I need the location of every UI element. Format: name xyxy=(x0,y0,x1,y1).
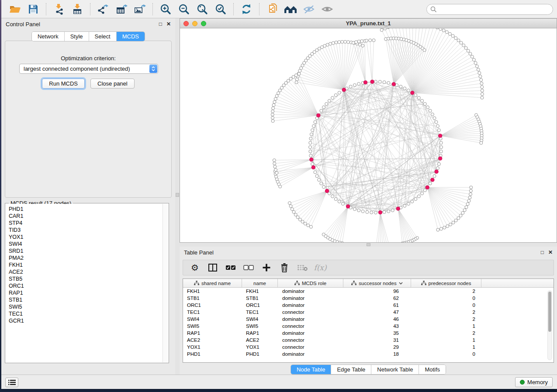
hide-selected-button[interactable] xyxy=(302,3,315,16)
graph-node[interactable] xyxy=(341,40,344,43)
graph-node[interactable] xyxy=(296,216,299,219)
graph-node[interactable] xyxy=(437,129,440,132)
zoom-out-button[interactable] xyxy=(177,3,190,16)
table-row[interactable]: ACE2ACE2connector311 xyxy=(183,337,554,344)
graph-node[interactable] xyxy=(392,83,395,86)
graph-node[interactable] xyxy=(334,94,337,97)
graph-node[interactable] xyxy=(271,120,274,123)
graph-node[interactable] xyxy=(374,211,377,214)
add-column-button[interactable] xyxy=(261,262,272,273)
column-header-predecessor-nodes[interactable]: predecessor nodes xyxy=(411,279,481,287)
close-panel-button[interactable]: Close panel xyxy=(90,79,135,89)
graph-node[interactable] xyxy=(481,96,484,99)
graph-node[interactable] xyxy=(462,44,465,47)
graph-node[interactable] xyxy=(414,198,417,201)
column-header-name[interactable]: name xyxy=(242,279,278,287)
graph-node[interactable] xyxy=(463,209,466,212)
graph-node[interactable] xyxy=(346,205,350,208)
graph-node[interactable] xyxy=(469,52,472,55)
table-scrollbar[interactable] xyxy=(547,290,552,360)
graph-node[interactable] xyxy=(466,203,469,206)
graph-node[interactable] xyxy=(437,162,440,165)
graph-node[interactable] xyxy=(310,158,313,162)
mcds-result-item[interactable]: GCR1 xyxy=(9,317,163,324)
graph-node[interactable] xyxy=(322,186,325,189)
graph-node[interactable] xyxy=(467,49,470,52)
zoom-in-button[interactable] xyxy=(159,3,172,16)
graph-node[interactable] xyxy=(457,39,460,42)
graph-node[interactable] xyxy=(292,76,295,79)
graph-node[interactable] xyxy=(309,146,312,149)
graph-node[interactable] xyxy=(414,94,417,97)
first-neighbors-button[interactable] xyxy=(284,3,297,16)
graph-node[interactable] xyxy=(384,28,387,30)
graph-node[interactable] xyxy=(423,189,426,192)
graph-node[interactable] xyxy=(469,189,472,193)
graph-node[interactable] xyxy=(417,195,420,198)
mcds-result-item[interactable]: FKH1 xyxy=(9,261,163,268)
graph-node[interactable] xyxy=(370,211,373,214)
graph-node[interactable] xyxy=(451,34,454,38)
import-network-button[interactable] xyxy=(52,3,66,16)
tab-node-table[interactable]: Node Table xyxy=(291,365,331,374)
graph-node[interactable] xyxy=(439,157,442,160)
graph-node[interactable] xyxy=(317,113,320,117)
graph-node[interactable] xyxy=(378,211,382,214)
table-scrollbar-thumb[interactable] xyxy=(548,292,551,332)
graph-node[interactable] xyxy=(294,74,298,77)
table-row[interactable]: PHD1PHD1dominator180 xyxy=(183,351,554,358)
function-builder-button[interactable]: f(x) xyxy=(315,262,326,273)
graph-node[interactable] xyxy=(480,141,483,144)
graph-node[interactable] xyxy=(338,41,341,44)
graph-node[interactable] xyxy=(273,165,277,168)
graph-node[interactable] xyxy=(357,83,360,86)
mcds-result-item[interactable]: STB1 xyxy=(9,296,163,303)
delete-column-button[interactable] xyxy=(279,262,290,273)
import-table-button[interactable] xyxy=(71,3,84,16)
graph-node[interactable] xyxy=(403,87,406,90)
graph-node[interactable] xyxy=(311,129,314,132)
graph-node[interactable] xyxy=(411,91,414,95)
graph-node[interactable] xyxy=(454,37,457,40)
graph-node[interactable] xyxy=(363,81,367,84)
graph-node[interactable] xyxy=(369,39,372,42)
graph-node[interactable] xyxy=(439,134,442,138)
graph-node[interactable] xyxy=(295,78,298,81)
graph-node[interactable] xyxy=(352,41,355,45)
graph-node[interactable] xyxy=(477,68,480,71)
graph-node[interactable] xyxy=(471,55,474,58)
graph-node[interactable] xyxy=(423,103,426,106)
graph-node[interactable] xyxy=(440,146,443,149)
mcds-result-item[interactable]: PMA2 xyxy=(9,254,163,261)
graph-node[interactable] xyxy=(311,162,314,165)
tab-network[interactable]: Network xyxy=(32,32,64,41)
tab-edge-table[interactable]: Edge Table xyxy=(331,365,371,374)
graph-node[interactable] xyxy=(357,40,360,43)
network-graph[interactable] xyxy=(180,28,557,242)
criterion-dropdown[interactable]: largest connected component (undirected) xyxy=(19,64,158,74)
graph-node[interactable] xyxy=(472,58,475,62)
graph-node[interactable] xyxy=(403,204,406,207)
graph-node[interactable] xyxy=(391,209,394,212)
float-panel-icon[interactable]: □ xyxy=(541,250,544,255)
mcds-result-item[interactable]: PHD1 xyxy=(9,206,163,213)
graph-node[interactable] xyxy=(470,186,473,189)
graph-node[interactable] xyxy=(365,39,368,42)
deselect-all-button[interactable] xyxy=(243,262,254,273)
graph-node[interactable] xyxy=(320,182,323,185)
select-all-button[interactable] xyxy=(225,262,236,273)
graph-node[interactable] xyxy=(436,124,439,127)
graph-node[interactable] xyxy=(445,31,448,34)
graph-node[interactable] xyxy=(380,28,383,31)
graph-node[interactable] xyxy=(272,103,275,107)
graph-node[interactable] xyxy=(275,172,278,175)
graph-node[interactable] xyxy=(347,41,350,44)
graph-node[interactable] xyxy=(449,223,452,226)
graph-node[interactable] xyxy=(325,189,329,193)
graph-node[interactable] xyxy=(378,80,381,83)
graph-node[interactable] xyxy=(275,94,278,97)
graph-node[interactable] xyxy=(426,106,429,109)
graph-node[interactable] xyxy=(366,210,369,213)
graph-node[interactable] xyxy=(467,199,471,203)
graph-node[interactable] xyxy=(435,170,438,173)
